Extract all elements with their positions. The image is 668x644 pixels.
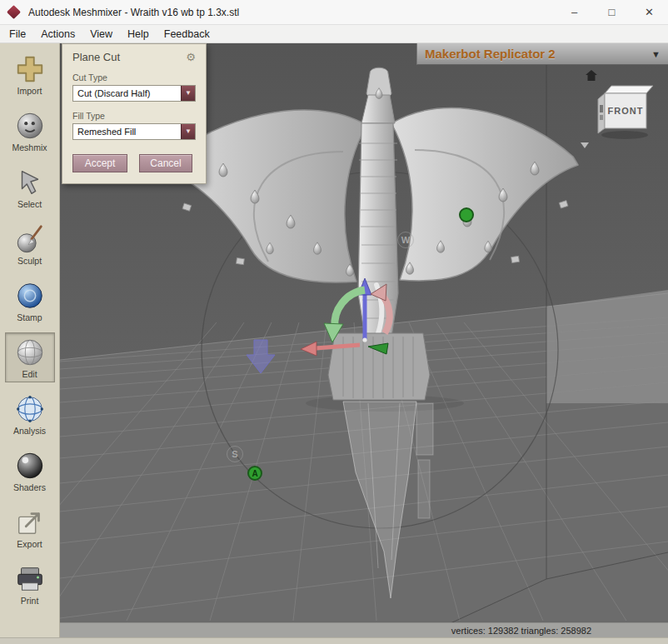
window-title: Autodesk Meshmixer - Wraith v16 wb tp 1.… (28, 7, 239, 18)
tool-label: Meshmix (6, 142, 54, 152)
accept-button[interactable]: Accept (72, 154, 127, 172)
minimize-button[interactable]: – (556, 0, 593, 25)
view-cube-front-label: FRONT (608, 106, 644, 116)
import-plus-icon (14, 53, 46, 85)
tool-label: Stamp (6, 312, 54, 322)
chevron-down-icon[interactable]: ▼ (181, 124, 195, 139)
analysis-sphere-icon (14, 393, 46, 425)
tool-label: Edit (6, 369, 54, 379)
sidebar-item-analysis[interactable]: Analysis (5, 389, 55, 439)
gizmo-pivot[interactable] (362, 337, 366, 342)
window-bottom-edge (0, 637, 668, 644)
export-box-icon (14, 507, 46, 538)
printer-name: Makerbot Replicator 2 (417, 47, 556, 61)
tool-label: Sculpt (6, 256, 54, 266)
tool-label: Select (6, 199, 54, 209)
edit-sphere-icon (14, 337, 46, 368)
menu-actions[interactable]: Actions (33, 25, 82, 43)
sidebar-item-meshmix[interactable]: Meshmix (5, 106, 55, 156)
select-cursor-icon (14, 167, 46, 198)
tool-sidebar: ImportMeshmixSelectSculptStampEditAnalys… (0, 43, 60, 637)
fill-type-value: Remeshed Fill (77, 127, 136, 137)
sidebar-item-print[interactable]: Print (5, 559, 55, 609)
tool-label: Analysis (6, 426, 54, 436)
print-printer-icon (14, 563, 46, 595)
axis-marker-s: S (232, 449, 237, 459)
axis-marker-w: W (401, 235, 411, 245)
shaders-sphere-icon (14, 450, 46, 482)
cancel-button[interactable]: Cancel (139, 154, 192, 172)
close-button[interactable]: ✕ (631, 0, 668, 25)
tool-label: Export (6, 539, 54, 549)
menu-feedback[interactable]: Feedback (157, 25, 217, 43)
sidebar-item-shaders[interactable]: Shaders (5, 446, 55, 496)
sidebar-item-stamp[interactable]: Stamp (5, 276, 55, 326)
menu-help[interactable]: Help (120, 25, 157, 43)
menu-view[interactable]: View (82, 25, 120, 43)
gear-icon[interactable]: ⚙ (186, 51, 196, 63)
sidebar-item-sculpt[interactable]: Sculpt (5, 219, 55, 269)
mesh-stats: vertices: 129382 triangles: 258982 (451, 626, 591, 636)
sidebar-item-select[interactable]: Select (5, 162, 55, 212)
printer-dropdown-caret-icon[interactable]: ▼ (651, 49, 661, 59)
stamp-sphere-icon (14, 280, 46, 312)
meshmixer-window: Autodesk Meshmixer - Wraith v16 wb tp 1.… (0, 0, 668, 644)
titlebar: Autodesk Meshmixer - Wraith v16 wb tp 1.… (0, 0, 668, 25)
sidebar-item-import[interactable]: Import (5, 49, 55, 99)
panel-title: Plane Cut (72, 51, 120, 63)
printer-selector-bar[interactable]: Makerbot Replicator 2 ▼ (416, 43, 668, 65)
fill-type-label: Fill Type (72, 111, 196, 121)
plane-cut-panel: Plane Cut ⚙ Cut Type Cut (Discard Half) … (62, 43, 207, 184)
chevron-down-icon[interactable]: ▼ (181, 86, 195, 101)
axis-marker-a: A (252, 469, 257, 478)
statusbar: vertices: 129382 triangles: 258982 (60, 622, 668, 637)
cut-type-value: Cut (Discard Half) (77, 88, 150, 98)
cut-type-label: Cut Type (72, 72, 196, 82)
window-controls: – □ ✕ (556, 0, 668, 25)
sidebar-item-edit[interactable]: Edit (5, 332, 55, 382)
3d-viewport[interactable]: W S A Makerbot Replicator 2 ▼ (60, 43, 668, 637)
axis-dot-green-right[interactable] (460, 208, 473, 222)
sculpt-brush-icon (14, 223, 46, 255)
cut-type-dropdown[interactable]: Cut (Discard Half) ▼ (72, 85, 196, 102)
fill-type-dropdown[interactable]: Remeshed Fill ▼ (72, 123, 196, 140)
menubar: FileActionsViewHelpFeedback (0, 25, 668, 43)
tool-label: Import (6, 86, 54, 96)
meshmixer-logo-icon (7, 5, 21, 19)
view-cube-caret-icon[interactable] (581, 142, 589, 148)
tool-label: Shaders (6, 482, 54, 492)
meshmix-sphere-icon (14, 110, 46, 142)
menu-file[interactable]: File (2, 25, 33, 43)
view-cube[interactable]: FRONT (593, 80, 658, 145)
tool-label: Print (6, 596, 54, 606)
sidebar-item-export[interactable]: Export (5, 502, 55, 552)
maximize-button[interactable]: □ (593, 0, 631, 25)
